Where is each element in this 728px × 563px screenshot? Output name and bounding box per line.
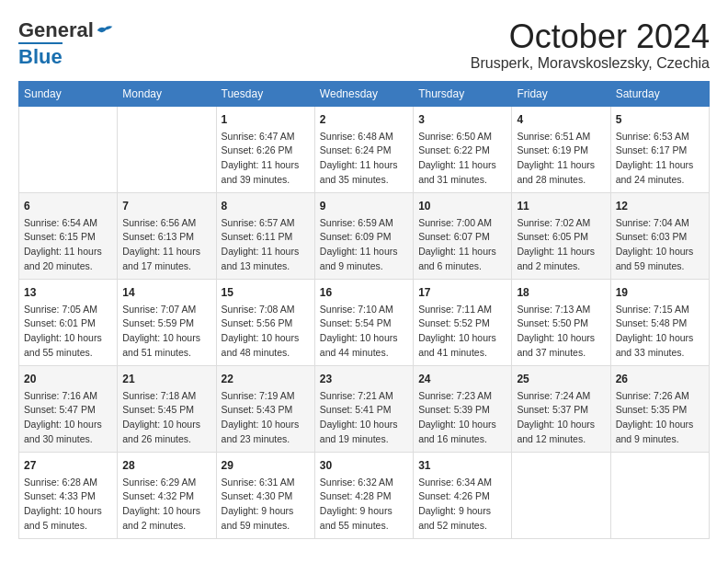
calendar-cell: 29Sunrise: 6:31 AM Sunset: 4:30 PM Dayli… <box>216 452 314 538</box>
day-info: Sunrise: 6:56 AM Sunset: 6:13 PM Dayligh… <box>122 216 210 274</box>
day-info: Sunrise: 7:16 AM Sunset: 5:47 PM Dayligh… <box>24 389 112 447</box>
day-info: Sunrise: 6:47 AM Sunset: 6:26 PM Dayligh… <box>222 130 310 188</box>
calendar-week-row: 6Sunrise: 6:54 AM Sunset: 6:15 PM Daylig… <box>19 192 710 279</box>
calendar-cell: 16Sunrise: 7:10 AM Sunset: 5:54 PM Dayli… <box>314 279 413 365</box>
calendar-cell <box>118 106 216 192</box>
calendar-cell <box>512 452 610 538</box>
title-block: October 2024 Brusperk, Moravskoslezsky, … <box>471 18 710 72</box>
day-number: 10 <box>418 198 506 214</box>
calendar-cell: 31Sunrise: 6:34 AM Sunset: 4:26 PM Dayli… <box>414 452 512 538</box>
day-info: Sunrise: 6:28 AM Sunset: 4:33 PM Dayligh… <box>24 476 112 534</box>
day-number: 9 <box>320 198 408 214</box>
day-info: Sunrise: 6:51 AM Sunset: 6:19 PM Dayligh… <box>517 130 605 188</box>
calendar-week-row: 20Sunrise: 7:16 AM Sunset: 5:47 PM Dayli… <box>19 365 710 452</box>
calendar-cell: 24Sunrise: 7:23 AM Sunset: 5:39 PM Dayli… <box>414 365 512 452</box>
calendar-cell: 8Sunrise: 6:57 AM Sunset: 6:11 PM Daylig… <box>216 192 314 279</box>
calendar-cell: 30Sunrise: 6:32 AM Sunset: 4:28 PM Dayli… <box>314 452 413 538</box>
day-number: 3 <box>418 111 506 128</box>
calendar-cell: 5Sunrise: 6:53 AM Sunset: 6:17 PM Daylig… <box>610 106 709 192</box>
day-info: Sunrise: 6:57 AM Sunset: 6:11 PM Dayligh… <box>222 216 310 274</box>
calendar-cell: 19Sunrise: 7:15 AM Sunset: 5:48 PM Dayli… <box>610 279 709 365</box>
day-number: 27 <box>24 457 112 474</box>
weekday-header-wednesday: Wednesday <box>314 81 413 106</box>
day-info: Sunrise: 6:32 AM Sunset: 4:28 PM Dayligh… <box>320 476 408 534</box>
day-info: Sunrise: 6:59 AM Sunset: 6:09 PM Dayligh… <box>320 216 408 274</box>
logo-general: General <box>18 18 94 42</box>
calendar-week-row: 27Sunrise: 6:28 AM Sunset: 4:33 PM Dayli… <box>19 452 710 538</box>
day-number: 24 <box>418 371 506 387</box>
calendar-cell: 22Sunrise: 7:19 AM Sunset: 5:43 PM Dayli… <box>216 365 314 452</box>
day-info: Sunrise: 6:31 AM Sunset: 4:30 PM Dayligh… <box>222 476 310 534</box>
page-header: General Blue October 2024 Brusperk, Mora… <box>18 18 710 72</box>
day-number: 11 <box>517 198 605 214</box>
weekday-header-saturday: Saturday <box>610 81 709 106</box>
weekday-header-thursday: Thursday <box>414 81 512 106</box>
day-info: Sunrise: 6:34 AM Sunset: 4:26 PM Dayligh… <box>418 476 506 534</box>
day-number: 13 <box>24 284 112 301</box>
day-info: Sunrise: 7:23 AM Sunset: 5:39 PM Dayligh… <box>418 389 506 447</box>
day-number: 14 <box>122 284 210 301</box>
calendar-cell: 3Sunrise: 6:50 AM Sunset: 6:22 PM Daylig… <box>414 106 512 192</box>
day-number: 18 <box>517 284 605 301</box>
day-info: Sunrise: 6:48 AM Sunset: 6:24 PM Dayligh… <box>320 130 408 188</box>
day-number: 31 <box>418 457 506 474</box>
day-number: 22 <box>222 371 310 387</box>
day-info: Sunrise: 7:15 AM Sunset: 5:48 PM Dayligh… <box>616 303 704 361</box>
calendar-cell: 23Sunrise: 7:21 AM Sunset: 5:41 PM Dayli… <box>314 365 413 452</box>
month-title: October 2024 <box>471 18 710 55</box>
calendar-cell <box>610 452 709 538</box>
calendar-cell: 21Sunrise: 7:18 AM Sunset: 5:45 PM Dayli… <box>118 365 216 452</box>
calendar-table: SundayMondayTuesdayWednesdayThursdayFrid… <box>18 81 710 539</box>
day-number: 20 <box>24 371 112 387</box>
day-number: 19 <box>616 284 704 301</box>
calendar-cell: 17Sunrise: 7:11 AM Sunset: 5:52 PM Dayli… <box>414 279 512 365</box>
calendar-cell: 25Sunrise: 7:24 AM Sunset: 5:37 PM Dayli… <box>512 365 610 452</box>
weekday-header-friday: Friday <box>512 81 610 106</box>
calendar-week-row: 1Sunrise: 6:47 AM Sunset: 6:26 PM Daylig… <box>19 106 710 192</box>
day-number: 28 <box>122 457 210 474</box>
day-number: 16 <box>320 284 408 301</box>
day-number: 29 <box>222 457 310 474</box>
day-info: Sunrise: 7:02 AM Sunset: 6:05 PM Dayligh… <box>517 216 605 274</box>
calendar-cell: 7Sunrise: 6:56 AM Sunset: 6:13 PM Daylig… <box>118 192 216 279</box>
calendar-cell: 12Sunrise: 7:04 AM Sunset: 6:03 PM Dayli… <box>610 192 709 279</box>
day-number: 17 <box>418 284 506 301</box>
day-info: Sunrise: 7:07 AM Sunset: 5:59 PM Dayligh… <box>122 303 210 361</box>
logo-blue: Blue <box>18 42 63 69</box>
day-info: Sunrise: 7:00 AM Sunset: 6:07 PM Dayligh… <box>418 216 506 274</box>
day-number: 12 <box>616 198 704 214</box>
day-number: 30 <box>320 457 408 474</box>
day-info: Sunrise: 6:50 AM Sunset: 6:22 PM Dayligh… <box>418 130 506 188</box>
day-number: 4 <box>517 111 605 128</box>
day-info: Sunrise: 6:53 AM Sunset: 6:17 PM Dayligh… <box>616 130 704 188</box>
day-number: 5 <box>616 111 704 128</box>
day-number: 8 <box>222 198 310 214</box>
calendar-cell: 28Sunrise: 6:29 AM Sunset: 4:32 PM Dayli… <box>118 452 216 538</box>
calendar-cell: 15Sunrise: 7:08 AM Sunset: 5:56 PM Dayli… <box>216 279 314 365</box>
day-number: 25 <box>517 371 605 387</box>
day-info: Sunrise: 7:13 AM Sunset: 5:50 PM Dayligh… <box>517 303 605 361</box>
calendar-cell: 1Sunrise: 6:47 AM Sunset: 6:26 PM Daylig… <box>216 106 314 192</box>
day-info: Sunrise: 7:21 AM Sunset: 5:41 PM Dayligh… <box>320 389 408 447</box>
day-info: Sunrise: 7:19 AM Sunset: 5:43 PM Dayligh… <box>222 389 310 447</box>
calendar-cell: 27Sunrise: 6:28 AM Sunset: 4:33 PM Dayli… <box>19 452 118 538</box>
day-number: 6 <box>24 198 112 214</box>
logo-bird-icon <box>96 24 114 37</box>
day-info: Sunrise: 7:26 AM Sunset: 5:35 PM Dayligh… <box>616 389 704 447</box>
calendar-cell: 13Sunrise: 7:05 AM Sunset: 6:01 PM Dayli… <box>19 279 118 365</box>
day-info: Sunrise: 7:10 AM Sunset: 5:54 PM Dayligh… <box>320 303 408 361</box>
day-number: 23 <box>320 371 408 387</box>
calendar-cell: 26Sunrise: 7:26 AM Sunset: 5:35 PM Dayli… <box>610 365 709 452</box>
calendar-cell: 2Sunrise: 6:48 AM Sunset: 6:24 PM Daylig… <box>314 106 413 192</box>
day-info: Sunrise: 7:08 AM Sunset: 5:56 PM Dayligh… <box>222 303 310 361</box>
calendar-cell: 10Sunrise: 7:00 AM Sunset: 6:07 PM Dayli… <box>414 192 512 279</box>
day-info: Sunrise: 7:11 AM Sunset: 5:52 PM Dayligh… <box>418 303 506 361</box>
day-info: Sunrise: 6:54 AM Sunset: 6:15 PM Dayligh… <box>24 216 112 274</box>
day-number: 15 <box>222 284 310 301</box>
calendar-cell: 9Sunrise: 6:59 AM Sunset: 6:09 PM Daylig… <box>314 192 413 279</box>
calendar-cell: 20Sunrise: 7:16 AM Sunset: 5:47 PM Dayli… <box>19 365 118 452</box>
day-number: 2 <box>320 111 408 128</box>
calendar-week-row: 13Sunrise: 7:05 AM Sunset: 6:01 PM Dayli… <box>19 279 710 365</box>
day-info: Sunrise: 7:24 AM Sunset: 5:37 PM Dayligh… <box>517 389 605 447</box>
weekday-header-monday: Monday <box>118 81 216 106</box>
